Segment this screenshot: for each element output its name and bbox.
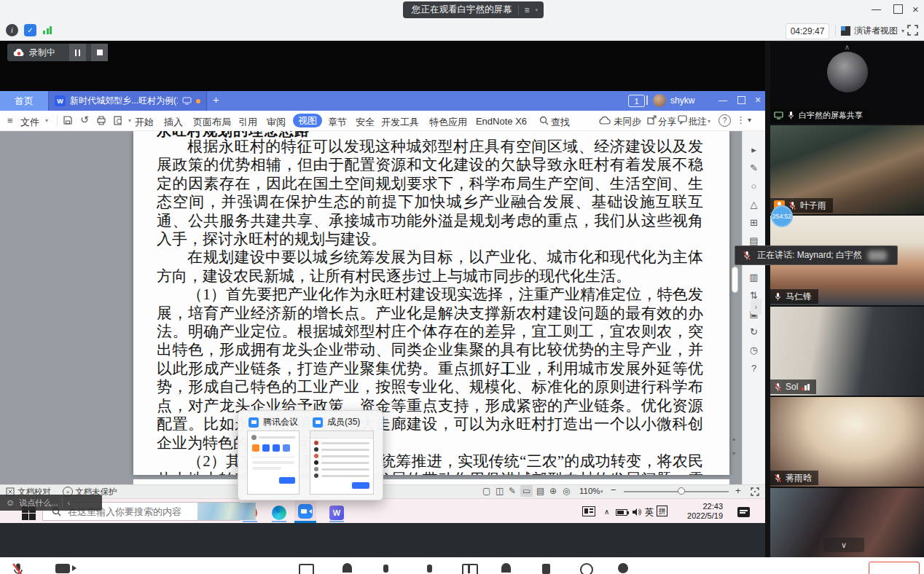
- account-name[interactable]: shykw: [670, 95, 694, 106]
- mute-button-icon[interactable]: [12, 562, 25, 574]
- menu-view-active[interactable]: 视图: [293, 114, 322, 127]
- sidebar-expand-handle[interactable]: ›: [751, 299, 761, 315]
- participant-tile[interactable]: 叶子雨: [770, 125, 924, 214]
- tool-dot-icon[interactable]: [383, 565, 388, 573]
- menu-security[interactable]: 安全: [356, 116, 375, 129]
- record-button-icon[interactable]: [542, 564, 550, 574]
- find-label[interactable]: 查找: [551, 116, 570, 129]
- banner-menu-icon[interactable]: ≡: [525, 5, 530, 15]
- share-doc-icon[interactable]: [647, 115, 657, 125]
- zoom-slider-knob[interactable]: [678, 487, 685, 495]
- menu-start[interactable]: 开始: [135, 116, 154, 129]
- fullscreen-icon[interactable]: [907, 25, 918, 36]
- tab-document[interactable]: W 新时代城郊型乡...旺村为例(1): [48, 91, 207, 111]
- chat-placeholder[interactable]: 说点什么...: [19, 498, 58, 508]
- pen-tool-icon[interactable]: ✎: [750, 162, 758, 173]
- document-page[interactable]: 永旺村规划的理念思路 根据永旺村的特征可以发现这种城郊型村庄具有空间区域、经济建…: [133, 131, 729, 475]
- participant-button-icon[interactable]: [342, 563, 352, 573]
- menu-references[interactable]: 引用: [238, 116, 257, 129]
- meeting-chat-overlay[interactable]: ☺ 说点什么... ‹: [0, 495, 102, 511]
- table-tool-icon[interactable]: ⊞: [750, 217, 758, 228]
- participant-tile[interactable]: ∨: [770, 488, 924, 557]
- print-preview-icon[interactable]: [113, 115, 123, 125]
- tencent-meeting-taskbar-active[interactable]: [294, 500, 316, 522]
- chart-tool-icon[interactable]: ▤: [749, 235, 758, 246]
- main-menu-icon[interactable]: ≡: [7, 115, 13, 126]
- collapse-tiles-icon[interactable]: ∧: [845, 43, 850, 51]
- scroll-up-icon[interactable]: ▴: [732, 436, 735, 442]
- zoom-level[interactable]: 110%: [579, 487, 600, 495]
- wps-close-button[interactable]: ×: [755, 94, 761, 106]
- fit-page-icon[interactable]: [751, 487, 759, 496]
- wps-taskbar-icon[interactable]: W: [329, 506, 344, 520]
- shield-icon[interactable]: ✓: [24, 24, 36, 36]
- edge-icon[interactable]: [272, 506, 286, 520]
- menu-endnote[interactable]: EndNote X6: [476, 116, 527, 127]
- comment-icon[interactable]: [678, 115, 687, 125]
- wps-restore-button[interactable]: [737, 96, 745, 104]
- menu-dev-tools[interactable]: 开发工具: [381, 116, 419, 129]
- signal-icon[interactable]: [43, 26, 52, 34]
- battery-icon[interactable]: [616, 509, 627, 516]
- news-widget-icon[interactable]: [582, 506, 595, 516]
- duration-badge[interactable]: 254:52: [771, 205, 793, 227]
- ruler-tool-icon[interactable]: △: [751, 199, 758, 210]
- more-options-icon[interactable]: ⋮: [736, 114, 745, 125]
- quickbar-caret-icon[interactable]: ▾: [128, 117, 131, 124]
- restore-button[interactable]: [893, 4, 903, 14]
- select-tool-icon[interactable]: ▸: [751, 144, 756, 155]
- menu-page-layout[interactable]: 页面布局: [193, 116, 231, 129]
- file-menu[interactable]: 文件: [20, 116, 39, 129]
- timer-button-icon[interactable]: [580, 563, 593, 574]
- pause-recording-button[interactable]: [69, 44, 86, 61]
- stop-recording-button[interactable]: [91, 44, 108, 61]
- zoom-caret-icon[interactable]: ▾: [600, 489, 603, 495]
- find-icon[interactable]: [539, 116, 549, 125]
- apps-button-icon[interactable]: [462, 564, 478, 574]
- zoom-slider-track[interactable]: [624, 491, 729, 492]
- sync-status-label[interactable]: 未同步: [614, 116, 641, 128]
- fullscreen-mode-icon[interactable]: ▢: [482, 486, 490, 496]
- notification-center-icon[interactable]: [737, 507, 750, 517]
- zoom-in-button[interactable]: +: [735, 485, 741, 496]
- shape-tool-icon[interactable]: ○: [751, 181, 757, 192]
- menu-special-apps[interactable]: 特色应用: [429, 116, 467, 129]
- meeting-window-thumbnail[interactable]: [247, 430, 299, 495]
- help-tool-icon[interactable]: ?: [751, 363, 756, 374]
- history-tool-icon[interactable]: ◷: [750, 345, 758, 355]
- info-icon[interactable]: i: [6, 24, 18, 36]
- banner-caret-icon[interactable]: ▾: [536, 7, 539, 13]
- tool-dot-icon[interactable]: [427, 565, 432, 573]
- settings-button-icon[interactable]: [618, 563, 628, 573]
- view-mode-selector[interactable]: 演讲者视图 ▾: [841, 23, 904, 38]
- eye-protect-icon[interactable]: ◎: [563, 486, 570, 496]
- zoom-out-button[interactable]: −: [611, 484, 616, 495]
- member-button-icon[interactable]: [501, 563, 511, 573]
- comment-label[interactable]: 批注: [689, 116, 707, 128]
- tray-clock[interactable]: 22:43 2022/5/19: [675, 502, 723, 521]
- save-icon[interactable]: [63, 115, 73, 125]
- ime-mode-label[interactable]: 拼: [657, 506, 667, 516]
- scroll-participants-button[interactable]: ∨: [823, 538, 864, 552]
- undo-icon[interactable]: ↺: [80, 114, 89, 125]
- emoji-icon[interactable]: ☺: [6, 498, 15, 508]
- help-icon[interactable]: ?: [719, 114, 731, 127]
- pages-tool-icon[interactable]: ▥: [749, 272, 758, 283]
- print-icon[interactable]: [96, 115, 106, 125]
- outline-view-icon[interactable]: ▤: [536, 486, 544, 496]
- participant-tile[interactable]: Sol: [770, 307, 924, 396]
- sync-cloud-icon[interactable]: [599, 116, 611, 125]
- menu-section[interactable]: 章节: [328, 116, 347, 129]
- account-avatar[interactable]: [653, 94, 666, 107]
- wps-minimize-button[interactable]: —: [719, 95, 727, 106]
- share-label[interactable]: 分享: [658, 116, 676, 128]
- read-mode-icon[interactable]: ◫: [496, 486, 504, 496]
- menu-insert[interactable]: 插入: [164, 116, 183, 129]
- close-button[interactable]: ×: [912, 4, 919, 15]
- leave-meeting-button[interactable]: [869, 562, 920, 574]
- window-count-badge[interactable]: 1: [628, 95, 645, 107]
- screen-sharer-tile[interactable]: ∧ 白宇然的屏幕共享: [770, 42, 924, 124]
- vertical-scrollbar-thumb[interactable]: [732, 267, 738, 293]
- write-mode-icon[interactable]: ✎: [509, 486, 516, 496]
- page-view-icon-active[interactable]: ▭: [520, 485, 533, 497]
